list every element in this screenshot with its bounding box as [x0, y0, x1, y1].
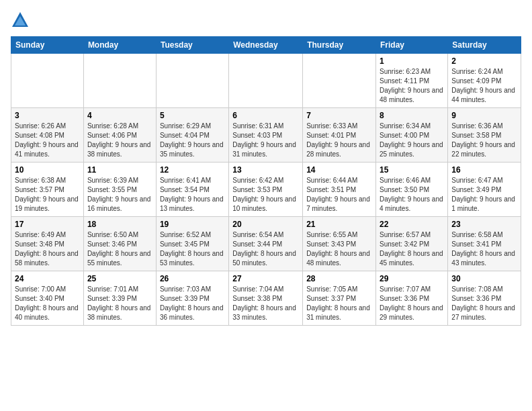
day-number: 13	[232, 165, 299, 175]
logo-icon	[11, 11, 30, 30]
day-info: Sunrise: 7:03 AMSunset: 3:39 PMDaylight:…	[160, 285, 225, 322]
day-number: 17	[15, 220, 80, 229]
cell-w3-d0: 10Sunrise: 6:38 AMSunset: 3:57 PMDayligh…	[11, 163, 84, 217]
day-number: 5	[160, 111, 225, 120]
day-info: Sunrise: 6:26 AMSunset: 4:08 PMDaylight:…	[15, 122, 80, 159]
cell-w3-d1: 11Sunrise: 6:39 AMSunset: 3:55 PMDayligh…	[83, 163, 156, 217]
day-info: Sunrise: 7:07 AMSunset: 3:36 PMDaylight:…	[380, 285, 444, 322]
day-info: Sunrise: 6:23 AMSunset: 4:11 PMDaylight:…	[380, 67, 444, 105]
day-number: 21	[306, 220, 372, 229]
day-number: 4	[87, 111, 152, 120]
day-info: Sunrise: 7:00 AMSunset: 3:40 PMDaylight:…	[15, 285, 80, 322]
cell-w2-d1: 4Sunrise: 6:28 AMSunset: 4:06 PMDaylight…	[83, 108, 156, 163]
col-thursday: Thursday	[303, 37, 376, 54]
col-monday: Monday	[83, 37, 156, 54]
cell-w4-d1: 18Sunrise: 6:50 AMSunset: 3:46 PMDayligh…	[83, 217, 156, 271]
day-info: Sunrise: 6:47 AMSunset: 3:49 PMDaylight:…	[451, 176, 517, 214]
day-info: Sunrise: 6:34 AMSunset: 4:00 PMDaylight:…	[380, 122, 444, 159]
header	[11, 11, 521, 30]
day-info: Sunrise: 6:54 AMSunset: 3:44 PMDaylight:…	[232, 230, 299, 268]
day-number: 19	[160, 220, 225, 229]
cell-w2-d5: 8Sunrise: 6:34 AMSunset: 4:00 PMDaylight…	[376, 108, 448, 163]
cell-w5-d2: 26Sunrise: 7:03 AMSunset: 3:39 PMDayligh…	[156, 271, 228, 326]
week-row-3: 10Sunrise: 6:38 AMSunset: 3:57 PMDayligh…	[11, 163, 521, 217]
week-row-5: 24Sunrise: 7:00 AMSunset: 3:40 PMDayligh…	[11, 271, 521, 326]
cell-w1-d3	[229, 54, 303, 108]
day-number: 10	[15, 165, 80, 175]
day-number: 3	[15, 111, 80, 120]
day-info: Sunrise: 6:31 AMSunset: 4:03 PMDaylight:…	[232, 122, 299, 159]
cell-w4-d2: 19Sunrise: 6:52 AMSunset: 3:45 PMDayligh…	[156, 217, 228, 271]
cell-w5-d4: 28Sunrise: 7:05 AMSunset: 3:37 PMDayligh…	[303, 271, 376, 326]
cell-w2-d2: 5Sunrise: 6:29 AMSunset: 4:04 PMDaylight…	[156, 108, 228, 163]
cell-w4-d0: 17Sunrise: 6:49 AMSunset: 3:48 PMDayligh…	[11, 217, 84, 271]
cell-w2-d4: 7Sunrise: 6:33 AMSunset: 4:01 PMDaylight…	[303, 108, 376, 163]
day-number: 11	[87, 165, 152, 175]
day-number: 9	[451, 111, 517, 120]
week-row-2: 3Sunrise: 6:26 AMSunset: 4:08 PMDaylight…	[11, 108, 521, 163]
day-number: 29	[380, 274, 444, 283]
cell-w5-d5: 29Sunrise: 7:07 AMSunset: 3:36 PMDayligh…	[376, 271, 448, 326]
day-info: Sunrise: 6:36 AMSunset: 3:58 PMDaylight:…	[451, 122, 517, 159]
cell-w2-d0: 3Sunrise: 6:26 AMSunset: 4:08 PMDaylight…	[11, 108, 84, 163]
col-wednesday: Wednesday	[229, 37, 303, 54]
day-info: Sunrise: 6:38 AMSunset: 3:57 PMDaylight:…	[15, 176, 80, 214]
day-number: 24	[15, 274, 80, 283]
col-sunday: Sunday	[11, 37, 84, 54]
cell-w5-d1: 25Sunrise: 7:01 AMSunset: 3:39 PMDayligh…	[83, 271, 156, 326]
day-info: Sunrise: 6:57 AMSunset: 3:42 PMDaylight:…	[380, 230, 444, 268]
cell-w5-d3: 27Sunrise: 7:04 AMSunset: 3:38 PMDayligh…	[229, 271, 303, 326]
day-info: Sunrise: 6:41 AMSunset: 3:54 PMDaylight:…	[160, 176, 225, 214]
day-number: 20	[232, 220, 299, 229]
week-row-4: 17Sunrise: 6:49 AMSunset: 3:48 PMDayligh…	[11, 217, 521, 271]
day-number: 22	[380, 220, 444, 229]
cell-w1-d4	[303, 54, 376, 108]
cell-w4-d3: 20Sunrise: 6:54 AMSunset: 3:44 PMDayligh…	[229, 217, 303, 271]
day-info: Sunrise: 6:58 AMSunset: 3:41 PMDaylight:…	[451, 230, 517, 268]
cell-w3-d3: 13Sunrise: 6:42 AMSunset: 3:53 PMDayligh…	[229, 163, 303, 217]
day-info: Sunrise: 6:42 AMSunset: 3:53 PMDaylight:…	[232, 176, 299, 214]
cell-w1-d2	[156, 54, 228, 108]
day-number: 8	[380, 111, 444, 120]
cell-w4-d5: 22Sunrise: 6:57 AMSunset: 3:42 PMDayligh…	[376, 217, 448, 271]
day-number: 2	[451, 56, 517, 66]
day-info: Sunrise: 6:33 AMSunset: 4:01 PMDaylight:…	[306, 122, 372, 159]
cell-w1-d1	[83, 54, 156, 108]
cell-w3-d4: 14Sunrise: 6:44 AMSunset: 3:51 PMDayligh…	[303, 163, 376, 217]
day-number: 18	[87, 220, 152, 229]
day-info: Sunrise: 7:04 AMSunset: 3:38 PMDaylight:…	[232, 285, 299, 322]
cell-w1-d5: 1Sunrise: 6:23 AMSunset: 4:11 PMDaylight…	[376, 54, 448, 108]
day-info: Sunrise: 6:39 AMSunset: 3:55 PMDaylight:…	[87, 176, 152, 214]
cell-w2-d3: 6Sunrise: 6:31 AMSunset: 4:03 PMDaylight…	[229, 108, 303, 163]
day-info: Sunrise: 6:29 AMSunset: 4:04 PMDaylight:…	[160, 122, 225, 159]
day-info: Sunrise: 6:50 AMSunset: 3:46 PMDaylight:…	[87, 230, 152, 268]
day-number: 23	[451, 220, 517, 229]
day-number: 6	[232, 111, 299, 120]
col-tuesday: Tuesday	[156, 37, 228, 54]
cell-w3-d6: 16Sunrise: 6:47 AMSunset: 3:49 PMDayligh…	[448, 163, 521, 217]
cell-w4-d6: 23Sunrise: 6:58 AMSunset: 3:41 PMDayligh…	[448, 217, 521, 271]
day-number: 12	[160, 165, 225, 175]
day-info: Sunrise: 7:01 AMSunset: 3:39 PMDaylight:…	[87, 285, 152, 322]
cell-w4-d4: 21Sunrise: 6:55 AMSunset: 3:43 PMDayligh…	[303, 217, 376, 271]
day-info: Sunrise: 6:55 AMSunset: 3:43 PMDaylight:…	[306, 230, 372, 268]
day-number: 16	[451, 165, 517, 175]
page: Sunday Monday Tuesday Wednesday Thursday…	[0, 0, 532, 411]
day-number: 28	[306, 274, 372, 283]
cell-w1-d0	[11, 54, 84, 108]
day-number: 27	[232, 274, 299, 283]
day-info: Sunrise: 6:46 AMSunset: 3:50 PMDaylight:…	[380, 176, 444, 214]
cell-w5-d6: 30Sunrise: 7:08 AMSunset: 3:36 PMDayligh…	[448, 271, 521, 326]
cell-w3-d2: 12Sunrise: 6:41 AMSunset: 3:54 PMDayligh…	[156, 163, 228, 217]
day-info: Sunrise: 6:28 AMSunset: 4:06 PMDaylight:…	[87, 122, 152, 159]
calendar-header-row: Sunday Monday Tuesday Wednesday Thursday…	[11, 37, 521, 54]
col-saturday: Saturday	[448, 37, 521, 54]
day-number: 25	[87, 274, 152, 283]
cell-w3-d5: 15Sunrise: 6:46 AMSunset: 3:50 PMDayligh…	[376, 163, 448, 217]
col-friday: Friday	[376, 37, 448, 54]
day-info: Sunrise: 6:44 AMSunset: 3:51 PMDaylight:…	[306, 176, 372, 214]
day-number: 26	[160, 274, 225, 283]
calendar-table: Sunday Monday Tuesday Wednesday Thursday…	[11, 36, 521, 326]
day-info: Sunrise: 6:52 AMSunset: 3:45 PMDaylight:…	[160, 230, 225, 268]
logo	[11, 11, 32, 30]
